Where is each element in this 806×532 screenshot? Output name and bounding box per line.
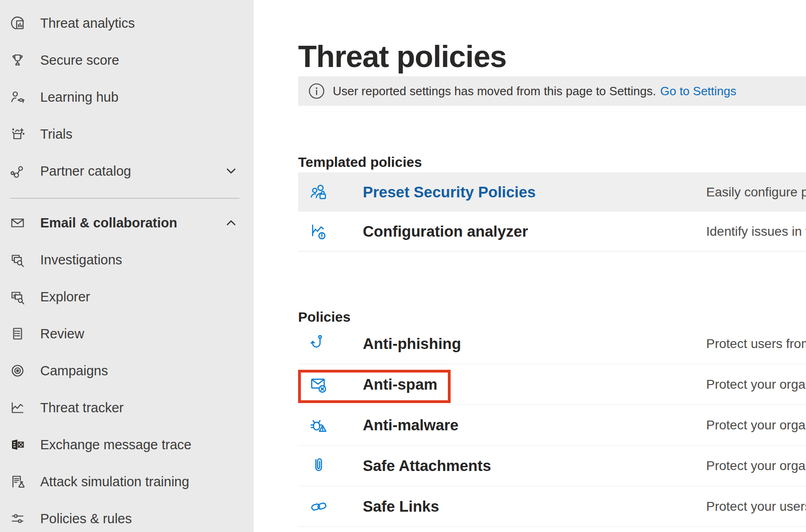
policies-rules-icon [9, 510, 26, 527]
sidebar-item-exchange-message-trace[interactable]: Exchange message trace [0, 426, 254, 463]
preset-security-policies-icon [309, 182, 329, 202]
safe-attachments-icon [309, 456, 329, 476]
sidebar-item-explorer[interactable]: Explorer [0, 278, 254, 315]
sidebar-divider [10, 198, 239, 199]
campaigns-icon [9, 362, 26, 379]
sidebar-item-attack-simulation-training[interactable]: Attack simulation training [0, 463, 254, 500]
sidebar-item-review[interactable]: Review [0, 315, 254, 352]
sidebar-item-label: Investigations [40, 252, 122, 268]
sidebar-item-label: Learning hub [40, 90, 118, 105]
policy-row-label: Anti-phishing [363, 335, 461, 353]
sidebar-item-label: Secure score [40, 53, 119, 68]
policy-row-description: Protect your organiz [706, 418, 806, 433]
configuration-analyzer-icon [309, 221, 329, 242]
policy-row-label: Preset Security Policies [363, 183, 536, 201]
anti-spam-icon [309, 374, 329, 395]
policy-row-label: Anti-malware [363, 416, 458, 434]
explorer-icon [9, 288, 26, 305]
sidebar-item-campaigns[interactable]: Campaigns [0, 352, 254, 389]
info-banner: User reported settings has moved from th… [298, 76, 806, 106]
sidebar-item-policies-rules[interactable]: Policies & rules [0, 500, 254, 532]
threat-analytics-icon [9, 15, 26, 31]
sidebar-list: Threat analytics Secure score [0, 5, 254, 532]
banner-message: User reported settings has moved from th… [333, 84, 656, 98]
learning-hub-icon [9, 89, 26, 105]
sidebar-item-investigations[interactable]: Investigations [0, 241, 254, 278]
policy-row-anti-phishing[interactable]: Anti-phishing Protect users from p [298, 324, 806, 364]
anti-phishing-icon [309, 334, 329, 354]
policy-row-label: Safe Attachments [363, 457, 491, 475]
main-content: Threat policies User reported settings h… [298, 0, 806, 532]
trials-icon [9, 126, 26, 142]
policy-row-description: Protect your organiz [706, 459, 806, 473]
left-nav-sidebar: Threat analytics Secure score [0, 0, 254, 532]
policy-row-safe-links[interactable]: Safe Links Protect your users fr [298, 486, 806, 527]
sidebar-item-email-collaboration[interactable]: Email & collaboration [0, 204, 254, 241]
info-icon [308, 83, 325, 99]
threat-policies-page: Threat analytics Secure score [0, 0, 806, 532]
sidebar-item-threat-tracker[interactable]: Threat tracker [0, 389, 254, 426]
chevron-down-icon[interactable] [224, 164, 238, 178]
sidebar-item-threat-analytics[interactable]: Threat analytics [0, 5, 254, 42]
policy-row-anti-malware[interactable]: Anti-malware Protect your organiz [298, 405, 806, 446]
page-title: Threat policies [298, 39, 507, 74]
review-icon [9, 325, 26, 342]
sidebar-item-label: Explorer [40, 289, 90, 305]
section-heading-policies: Policies [298, 309, 350, 325]
anti-malware-icon [309, 415, 329, 435]
templated-policies-list: Preset Security Policies Easily configur… [298, 172, 806, 251]
sidebar-item-label: Trials [40, 127, 73, 142]
policy-row-preset-security-policies[interactable]: Preset Security Policies Easily configur… [298, 172, 806, 212]
sidebar-item-label: Threat analytics [40, 16, 135, 31]
policy-row-label: Configuration analyzer [363, 223, 528, 240]
policy-row-anti-spam[interactable]: Anti-spam Protect your organiz [298, 364, 806, 405]
chevron-up-icon[interactable] [224, 215, 238, 230]
sidebar-item-label: Exchange message trace [40, 437, 191, 453]
policies-list: Anti-phishing Protect users from p Anti-… [298, 324, 806, 527]
threat-tracker-icon [9, 399, 26, 416]
sidebar-item-label: Partner catalog [40, 164, 131, 179]
sidebar-item-learning-hub[interactable]: Learning hub [0, 79, 254, 116]
policy-row-description: Protect your users fr [706, 499, 806, 514]
policy-row-description: Protect your organiz [706, 377, 806, 392]
sidebar-item-secure-score[interactable]: Secure score [0, 42, 254, 79]
section-heading-templated-policies: Templated policies [298, 154, 422, 170]
policy-row-description: Identify issues in you [706, 224, 806, 239]
email-collaboration-icon [9, 214, 26, 231]
exchange-message-trace-icon [9, 436, 26, 453]
policy-row-description: Easily configure prot [706, 185, 806, 200]
policy-row-description: Protect users from p [706, 336, 806, 351]
policy-row-configuration-analyzer[interactable]: Configuration analyzer Identify issues i… [298, 212, 806, 251]
sidebar-item-label: Policies & rules [40, 511, 132, 526]
safe-links-icon [309, 496, 329, 517]
sidebar-item-trials[interactable]: Trials [0, 116, 254, 153]
sidebar-item-label: Attack simulation training [40, 474, 189, 489]
attack-simulation-training-icon [9, 473, 26, 490]
sidebar-item-partner-catalog[interactable]: Partner catalog [0, 153, 254, 190]
secure-score-icon [9, 52, 26, 68]
policy-row-label: Anti-spam [363, 376, 437, 393]
partner-catalog-icon [9, 163, 26, 179]
policy-row-label: Safe Links [363, 498, 439, 515]
investigations-icon [9, 251, 26, 268]
sidebar-item-label: Campaigns [40, 363, 108, 379]
sidebar-item-label: Threat tracker [40, 400, 124, 416]
go-to-settings-link[interactable]: Go to Settings [660, 84, 736, 98]
sidebar-item-label: Email & collaboration [40, 215, 177, 231]
policy-row-safe-attachments[interactable]: Safe Attachments Protect your organiz [298, 446, 806, 486]
sidebar-item-label: Review [40, 326, 84, 342]
